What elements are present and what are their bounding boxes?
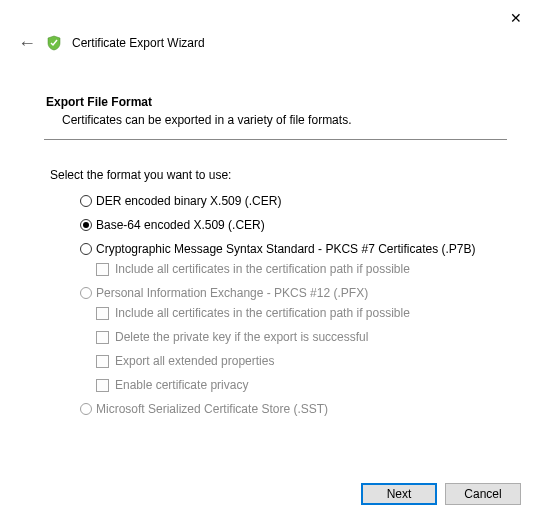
close-icon[interactable]: ✕ [510, 10, 522, 26]
format-prompt: Select the format you want to use: [50, 168, 507, 182]
check-pfx-includepath [96, 307, 109, 320]
check-pfx-extprops [96, 355, 109, 368]
section-heading: Export File Format [46, 95, 507, 109]
radio-base64-label: Base-64 encoded X.509 (.CER) [96, 218, 265, 232]
check-pfx-privacy-label: Enable certificate privacy [115, 378, 248, 392]
radio-sst [80, 403, 92, 415]
check-pfx-deletekey-label: Delete the private key if the export is … [115, 330, 368, 344]
radio-base64[interactable] [80, 219, 92, 231]
radio-pfx-label: Personal Information Exchange - PKCS #12… [96, 286, 368, 300]
back-arrow-icon[interactable]: ← [18, 34, 36, 52]
wizard-title: Certificate Export Wizard [72, 36, 205, 50]
radio-der-label: DER encoded binary X.509 (.CER) [96, 194, 281, 208]
radio-pfx [80, 287, 92, 299]
divider [44, 139, 507, 140]
check-pkcs7-includepath [96, 263, 109, 276]
radio-der[interactable] [80, 195, 92, 207]
section-description: Certificates can be exported in a variet… [62, 113, 507, 127]
check-pkcs7-includepath-label: Include all certificates in the certific… [115, 262, 410, 276]
radio-pkcs7-label: Cryptographic Message Syntax Standard - … [96, 242, 476, 256]
certificate-shield-icon [46, 35, 62, 51]
next-button[interactable]: Next [361, 483, 437, 505]
radio-pkcs7[interactable] [80, 243, 92, 255]
check-pfx-privacy [96, 379, 109, 392]
cancel-button[interactable]: Cancel [445, 483, 521, 505]
check-pfx-includepath-label: Include all certificates in the certific… [115, 306, 410, 320]
radio-sst-label: Microsoft Serialized Certificate Store (… [96, 402, 328, 416]
check-pfx-deletekey [96, 331, 109, 344]
check-pfx-extprops-label: Export all extended properties [115, 354, 274, 368]
